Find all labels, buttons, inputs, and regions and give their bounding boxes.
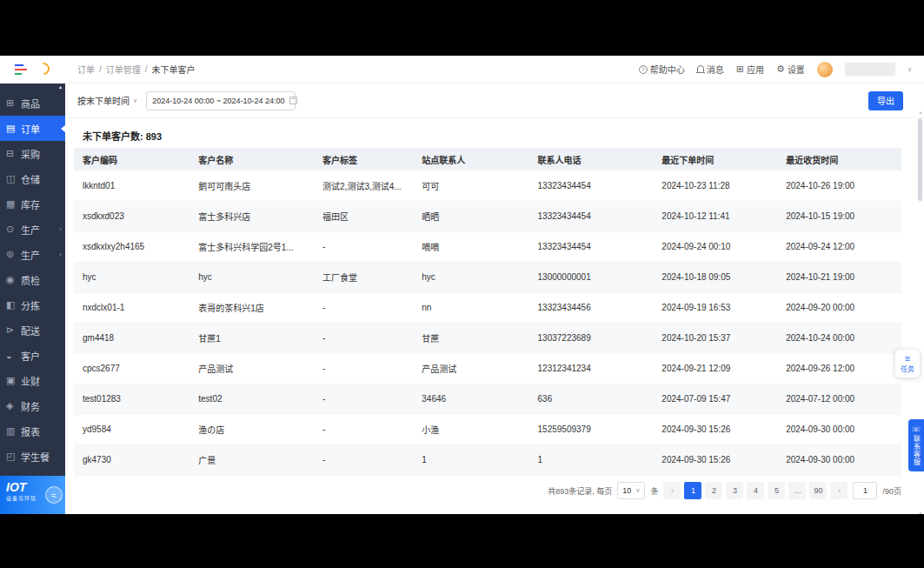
top-header: 订单/订单管理/未下单客户 ?帮助中心消息⊞应用⚙设置 ∨ (65, 56, 924, 84)
sidebar-item-学生餐[interactable]: ◰学生餐 (0, 444, 65, 469)
menu-icon: ◒ (6, 351, 17, 361)
table-row[interactable]: nxdclx01-1表哥的茶科兴1店-nn133234344562024-09-… (74, 292, 901, 323)
page-jumper-input[interactable]: 1 (853, 482, 877, 499)
header-action-apps[interactable]: ⊞应用 (736, 63, 764, 76)
table-row[interactable]: test01283test02-346466362024-07-09 15:47… (74, 384, 901, 414)
page-size-select[interactable]: 10 ∨ (617, 482, 645, 499)
table-cell: 可可 (413, 170, 528, 201)
table-cell: 2024-09-19 16:53 (653, 292, 777, 323)
table-cell: 鹅可可南头店 (189, 170, 314, 201)
sidebar-item-采购[interactable]: ⊟采购 (0, 141, 65, 166)
page-button-3[interactable]: 3 (726, 482, 743, 499)
breadcrumb-separator: / (145, 64, 148, 74)
support-float-button[interactable]: ☏ 联系客服 (908, 419, 924, 471)
table-cell: 13323434454 (529, 201, 654, 231)
pagination-unit: 条 (650, 485, 658, 497)
table-cell: 2024-09-26 12:00 (777, 353, 901, 384)
table-row[interactable]: yd9584渔の店-小渔152595093792024-09-30 15:262… (74, 414, 901, 444)
table-cell: 2024-07-09 15:47 (653, 384, 777, 414)
column-header: 客户名称 (189, 148, 314, 170)
table-row[interactable]: gm4418甘蔗1-甘蔗130372236892024-10-20 15:372… (74, 323, 901, 353)
header-action-gear[interactable]: ⚙设置 (776, 63, 805, 76)
page-button-4[interactable]: 4 (747, 482, 764, 499)
iot-panel[interactable]: IOT 设备与环境 ≈ (0, 476, 65, 514)
user-menu-caret-icon[interactable]: ∨ (907, 66, 912, 73)
next-page-button[interactable]: › (830, 482, 848, 499)
scrollbar-thumb[interactable] (918, 118, 922, 201)
header-action-bell[interactable]: 消息 (697, 63, 724, 76)
table-cell: 636 (529, 384, 654, 414)
sidebar-item-仓储[interactable]: ◫仓储 (0, 166, 65, 191)
menu-label: 商品 (21, 97, 40, 110)
sidebar-item-客户[interactable]: ◒客户 (0, 343, 65, 368)
prev-page-button[interactable]: ‹ (663, 482, 681, 499)
sidebar-item-业财[interactable]: ▣业财 (0, 368, 65, 393)
table-row[interactable]: lkkntd01鹅可可南头店测试2,测试3,测试4...可可1332343445… (74, 170, 901, 201)
table-cell: 表哥的茶科兴1店 (189, 292, 314, 323)
sidebar-item-商品[interactable]: ⊞商品 (0, 90, 65, 116)
table-row[interactable]: cpcs2677产品测试-产品测试123123412342024-09-21 1… (74, 353, 901, 384)
menu-scroll-up-icon[interactable]: ▲ (58, 85, 63, 90)
scroll-down-icon[interactable]: ▼ (918, 511, 923, 514)
menu-label: 学生餐 (21, 450, 50, 464)
breadcrumb-item[interactable]: 未下单客户 (152, 63, 196, 76)
table-cell: 产品测试 (189, 353, 314, 384)
table-cell: - (314, 414, 413, 444)
sidebar-item-库存[interactable]: ▦库存 (0, 191, 65, 217)
page-button-2[interactable]: 2 (705, 482, 722, 499)
table-cell: gm4418 (74, 323, 189, 353)
header-action-help[interactable]: ?帮助中心 (639, 63, 685, 76)
sidebar-item-财务[interactable]: ◈财务 (0, 393, 65, 418)
menu-label: 生产 (21, 223, 40, 237)
table-cell: hyc (413, 262, 528, 292)
column-header: 客户编码 (74, 148, 189, 170)
table-cell: 小渔 (413, 414, 528, 444)
export-button[interactable]: 导出 (868, 91, 903, 110)
pager: ‹12345…90› (663, 482, 848, 499)
layers-icon: ≡ (905, 354, 910, 364)
table-row[interactable]: hychyc工厂食堂hyc130000000012024-10-18 09:05… (74, 262, 901, 292)
table-cell: 富士多科兴科学园2号1... (189, 231, 314, 262)
table-cell: 13000000001 (529, 262, 654, 292)
sidebar-item-生产[interactable]: ⊚生产› (0, 242, 65, 267)
task-float-button[interactable]: ≡ 任务 (895, 350, 920, 378)
breadcrumb-item[interactable]: 订单管理 (106, 63, 141, 76)
page-button-5[interactable]: 5 (768, 482, 785, 499)
filter-type-select[interactable]: 按末下单时间 ∨ (77, 94, 137, 107)
brand-logo[interactable] (0, 56, 65, 84)
menu-label: 库存 (21, 197, 40, 211)
breadcrumb-separator: / (99, 64, 102, 74)
sidebar-item-订单[interactable]: ▤订单 (0, 116, 65, 141)
sidebar-item-分拣[interactable]: ◧分拣 (0, 292, 65, 317)
table-cell: nn (413, 292, 528, 323)
table-cell: 2024-09-21 12:09 (653, 353, 777, 384)
summary-line: 未下单客户数: 893 (83, 129, 162, 143)
date-range-input[interactable]: 2024-10-24 00:00 ~ 2024-10-24 24:00 (146, 91, 296, 110)
sidebar-item-报表[interactable]: ▥报表 (0, 418, 65, 444)
page-button-1[interactable]: 1 (684, 482, 701, 499)
table-row[interactable]: gk4730广景-112024-09-30 15:262024-09-30 00… (74, 444, 901, 475)
sidebar-item-质检[interactable]: ◉质检 (0, 267, 65, 292)
action-label: 消息 (707, 63, 724, 76)
gear-icon: ⚙ (776, 64, 785, 74)
sidebar-item-生产[interactable]: ⊙生产› (0, 217, 65, 242)
breadcrumb-item[interactable]: 订单 (77, 63, 95, 76)
menu-label: 财务 (21, 399, 40, 413)
menu-icon: ⊚ (6, 249, 17, 260)
chevron-down-icon: ∨ (133, 97, 137, 104)
page-button-…[interactable]: … (788, 482, 806, 499)
table-cell: 甘蔗1 (189, 323, 314, 353)
table-row[interactable]: xsdkxlxy2h4165富士多科兴科学园2号1...-嘀嘀133234344… (74, 231, 901, 262)
page-button-90[interactable]: 90 (809, 482, 827, 499)
table-cell: 13323434456 (529, 292, 654, 323)
table-cell: 产品测试 (413, 353, 528, 384)
menu-icon: ⊙ (6, 224, 17, 235)
avatar[interactable] (817, 62, 833, 77)
menu-icon: ▦ (6, 198, 17, 210)
scroll-up-icon[interactable]: ▲ (918, 110, 923, 115)
menu-icon: ▣ (6, 375, 17, 386)
sidebar-item-配送[interactable]: ⊳配送 (0, 317, 65, 343)
table-row[interactable]: xsdkxd023富士多科兴店福田区晒晒133234344542024-10-1… (74, 201, 901, 231)
table-cell: 2024-09-20 00:00 (777, 292, 901, 323)
table-cell: hyc (189, 262, 314, 292)
